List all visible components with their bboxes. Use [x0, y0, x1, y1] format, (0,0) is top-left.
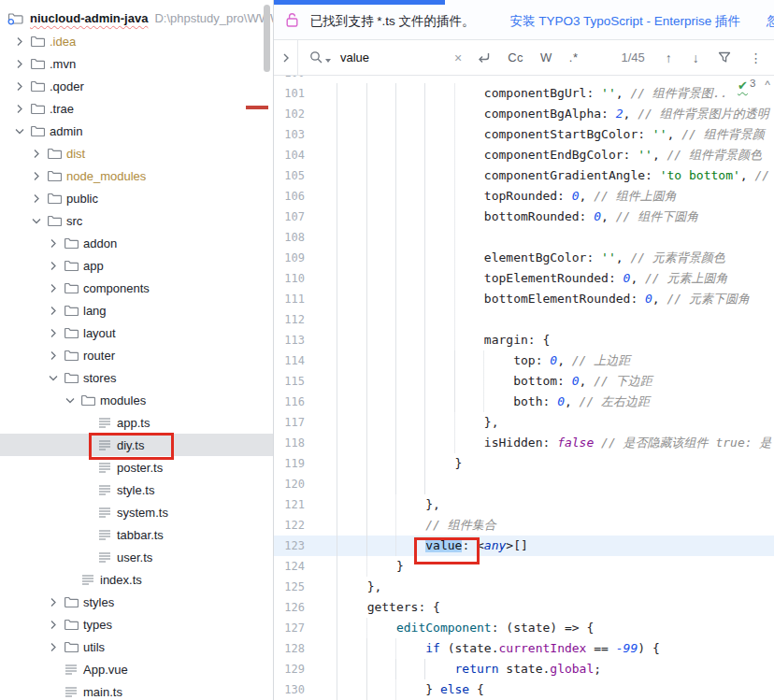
chevron-icon[interactable]	[45, 348, 62, 363]
tree-item-styles[interactable]: styles	[0, 591, 273, 613]
tree-item-index.ts[interactable]: index.ts	[0, 568, 273, 591]
chevron-icon[interactable]	[45, 639, 62, 654]
line-number[interactable]: 100	[274, 76, 305, 83]
code-editor[interactable]: 100 101 componentBgUrl: '', // 组件背景图.. 1…	[274, 76, 774, 700]
line-number[interactable]: 123	[274, 536, 305, 556]
chevron-icon[interactable]	[11, 56, 28, 71]
chevron-icon[interactable]	[28, 213, 45, 228]
line-number[interactable]: 101	[274, 83, 305, 104]
tree-item-.mvn[interactable]: .mvn	[0, 52, 273, 75]
code-line-text[interactable]: componentStartBgColor: '', // 组件背景颜	[308, 124, 765, 145]
chevron-icon[interactable]	[45, 325, 62, 340]
code-line-text[interactable]: editComponent: (state) => {	[308, 618, 594, 638]
line-number[interactable]: 130	[274, 679, 305, 700]
chevron-icon[interactable]	[45, 594, 62, 609]
code-line-text[interactable]: componentGradientAngle: 'to bottom', //	[308, 165, 769, 186]
code-line-text[interactable]: return state.global;	[308, 659, 601, 679]
search-input[interactable]: value	[340, 50, 451, 64]
code-line-text[interactable]: componentEndBgColor: '', // 组件背景颜色	[308, 145, 762, 165]
chevron-icon[interactable]	[28, 168, 45, 183]
code-line-text[interactable]: getters: {	[308, 597, 440, 618]
tree-scrollbar-thumb[interactable]	[264, 5, 270, 72]
chevron-icon[interactable]	[11, 34, 28, 49]
chevron-icon[interactable]	[11, 101, 28, 116]
install-plugin-link[interactable]: 安装 TYPO3 TypoScript - Enterprise 插件	[510, 13, 741, 30]
line-number[interactable]: 124	[274, 556, 305, 577]
line-number[interactable]: 102	[274, 104, 305, 124]
code-line-text[interactable]: bottomElementRounded: 0, // 元素下圆角	[308, 289, 750, 309]
tree-item-utils[interactable]: utils	[0, 636, 273, 658]
chevron-icon[interactable]	[11, 79, 28, 93]
clear-search-icon[interactable]: ×	[454, 50, 462, 65]
chevron-icon[interactable]	[28, 146, 45, 161]
line-number[interactable]: 116	[274, 392, 305, 412]
line-number[interactable]: 122	[274, 515, 305, 536]
line-number[interactable]: 111	[274, 289, 305, 309]
expand-replace-button[interactable]	[274, 40, 298, 75]
chevron-icon[interactable]	[45, 370, 62, 385]
code-line-text[interactable]: },	[308, 412, 499, 433]
code-line-text[interactable]: componentBgAlpha: 2, // 组件背景图片的透明	[308, 104, 769, 124]
line-number[interactable]: 114	[274, 350, 305, 371]
line-number[interactable]: 105	[274, 165, 305, 186]
chevron-icon[interactable]	[28, 191, 45, 206]
line-number[interactable]: 129	[274, 659, 305, 679]
tree-item-layout[interactable]: layout	[0, 321, 273, 344]
tree-item-main.ts[interactable]: main.ts	[0, 680, 273, 700]
tree-item-public[interactable]: public	[0, 187, 273, 209]
code-line-text[interactable]: elementBgColor: '', // 元素背景颜色	[308, 248, 725, 268]
chevron-icon[interactable]	[45, 617, 62, 632]
chevron-icon[interactable]	[62, 393, 79, 407]
tree-item-app.ts[interactable]: app.ts	[0, 411, 273, 434]
code-line-text[interactable]: },	[308, 494, 440, 515]
code-line-text[interactable]: both: 0, // 左右边距	[308, 392, 650, 412]
line-number[interactable]: 112	[274, 309, 305, 330]
line-number[interactable]: 107	[274, 207, 305, 227]
chevron-icon[interactable]	[45, 236, 62, 250]
line-number[interactable]: 128	[274, 638, 305, 659]
code-line-text[interactable]: topRounded: 0, // 组件上圆角	[308, 186, 677, 207]
ignore-extension-link[interactable]: 忽略扩展	[767, 13, 774, 30]
code-line-text[interactable]: componentBgUrl: '', // 组件背景图..	[308, 83, 728, 104]
tree-item-types[interactable]: types	[0, 613, 273, 636]
tree-item-style.ts[interactable]: style.ts	[0, 479, 273, 501]
code-line-text[interactable]: if (state.currentIndex == -99) {	[308, 638, 660, 659]
line-number[interactable]: 127	[274, 618, 305, 638]
chevron-icon[interactable]	[45, 303, 62, 318]
tree-item-lang[interactable]: lang	[0, 299, 273, 321]
code-line-text[interactable]: } else {	[308, 679, 484, 700]
line-number[interactable]: 117	[274, 412, 305, 433]
code-line-text[interactable]: topElementRounded: 0, // 元素上圆角	[308, 268, 728, 289]
code-line-text[interactable]	[308, 309, 484, 330]
filter-icon[interactable]	[718, 51, 731, 64]
match-case-toggle[interactable]: Cc	[508, 50, 523, 64]
tree-item-components[interactable]: components	[0, 277, 273, 299]
line-number[interactable]: 108	[274, 227, 305, 248]
project-root-row[interactable]: niucloud-admin-java D:\phpstudy_pro\WWW	[0, 6, 273, 30]
previous-match-button[interactable]: ↑	[666, 50, 672, 65]
line-number[interactable]: 113	[274, 330, 305, 350]
tree-item-node_modules[interactable]: node_modules	[0, 164, 273, 187]
code-line-text[interactable]: bottomRounded: 0, // 组件下圆角	[308, 207, 698, 227]
line-number[interactable]: 121	[274, 494, 305, 515]
code-line-text[interactable]: bottom: 0, // 下边距	[308, 371, 652, 392]
tree-item-tabbar.ts[interactable]: tabbar.ts	[0, 523, 273, 546]
code-line-text[interactable]: margin: {	[308, 330, 550, 350]
tree-item-admin[interactable]: admin	[0, 120, 273, 142]
code-line-text[interactable]: top: 0, // 上边距	[308, 350, 630, 371]
chevron-icon[interactable]	[45, 258, 62, 273]
line-number[interactable]: 125	[274, 577, 305, 597]
code-line-text[interactable]: },	[308, 577, 381, 597]
line-number[interactable]: 118	[274, 433, 305, 453]
newline-icon[interactable]	[477, 51, 491, 64]
collapse-widget-icon[interactable]: ^	[765, 79, 770, 92]
search-history-caret[interactable]	[325, 59, 331, 63]
search-field[interactable]: value	[309, 50, 451, 64]
tree-item-stores[interactable]: stores	[0, 366, 273, 389]
tree-item-dist[interactable]: dist	[0, 142, 273, 164]
chevron-icon[interactable]	[45, 280, 62, 295]
tree-item-diy.ts[interactable]: diy.ts	[0, 434, 273, 456]
inspection-widget[interactable]: ✔3 ^	[738, 79, 770, 93]
code-line-text[interactable]: isHidden: false // 是否隐藏该组件 true: 是	[308, 433, 771, 453]
words-toggle[interactable]: W	[540, 50, 552, 64]
